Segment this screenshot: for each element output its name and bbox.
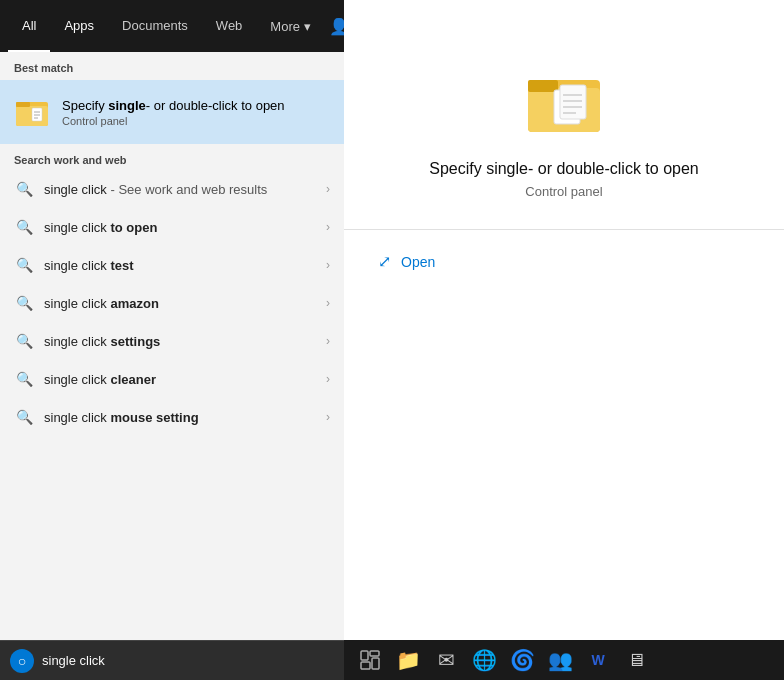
teams-icon[interactable]: 👥 xyxy=(542,642,578,678)
suggestion-text-cleaner: single click cleaner xyxy=(44,372,316,387)
svg-rect-18 xyxy=(361,662,370,669)
cortana-icon[interactable]: ○ xyxy=(10,649,34,673)
suggestion-text-mouse-setting: single click mouse setting xyxy=(44,410,316,425)
chevron-right-icon: › xyxy=(326,182,330,196)
best-match-item[interactable]: Specify single- or double-click to open … xyxy=(0,80,344,144)
search-bar: ○ xyxy=(0,640,344,680)
suggestion-mouse-setting[interactable]: 🔍 single click mouse setting › xyxy=(0,398,344,436)
suggestion-text-settings: single click settings xyxy=(44,334,316,349)
chevron-down-icon: ▾ xyxy=(304,19,311,34)
svg-rect-17 xyxy=(370,651,379,656)
desktop-icon[interactable]: 🖥 xyxy=(618,642,654,678)
chrome-icon[interactable]: 🌐 xyxy=(466,642,502,678)
open-link-icon: ⤢ xyxy=(378,252,391,271)
suggestion-cleaner[interactable]: 🔍 single click cleaner › xyxy=(0,360,344,398)
suggestion-to-open[interactable]: 🔍 single click to open › xyxy=(0,208,344,246)
tab-apps[interactable]: Apps xyxy=(50,0,108,52)
tab-more[interactable]: More ▾ xyxy=(256,0,325,52)
tab-documents[interactable]: Documents xyxy=(108,0,202,52)
suggestion-text-web: single click - See work and web results xyxy=(44,182,316,197)
file-explorer-icon[interactable]: 📁 xyxy=(390,642,426,678)
suggestion-text-toopen: single click to open xyxy=(44,220,316,235)
search-icon: 🔍 xyxy=(14,179,34,199)
taskview-icon[interactable] xyxy=(352,642,388,678)
suggestion-see-results[interactable]: 🔍 single click - See work and web result… xyxy=(0,170,344,208)
chevron-right-icon: › xyxy=(326,410,330,424)
control-panel-icon xyxy=(14,94,50,130)
suggestion-amazon[interactable]: 🔍 single click amazon › xyxy=(0,284,344,322)
app-title: Specify single- or double-click to open xyxy=(429,160,698,178)
search-icon: 🔍 xyxy=(14,217,34,237)
search-icon: 🔍 xyxy=(14,255,34,275)
suggestion-text-test: single click test xyxy=(44,258,316,273)
chevron-right-icon: › xyxy=(326,372,330,386)
app-preview-icon xyxy=(524,60,604,140)
tab-all[interactable]: All xyxy=(8,0,50,52)
tab-web[interactable]: Web xyxy=(202,0,257,52)
search-icon: 🔍 xyxy=(14,407,34,427)
chevron-right-icon: › xyxy=(326,258,330,272)
search-work-web-label: Search work and web xyxy=(0,144,344,170)
word-icon[interactable]: W xyxy=(580,642,616,678)
chevron-right-icon: › xyxy=(326,296,330,310)
svg-rect-9 xyxy=(528,80,558,92)
search-panel: All Apps Documents Web More ▾ 👤 ··· Best… xyxy=(0,0,344,640)
svg-rect-2 xyxy=(16,102,30,107)
search-icon: 🔍 xyxy=(14,369,34,389)
taskbar: 📁 ✉ 🌐 🌀 👥 W 🖥 xyxy=(344,640,784,680)
svg-rect-11 xyxy=(560,85,586,119)
search-input[interactable] xyxy=(42,653,334,668)
nav-tabs: All Apps Documents Web More ▾ 👤 ··· xyxy=(0,0,344,52)
search-icon: 🔍 xyxy=(14,331,34,351)
best-match-text: Specify single- or double-click to open … xyxy=(62,97,285,127)
suggestion-text-amazon: single click amazon xyxy=(44,296,316,311)
best-match-label: Best match xyxy=(0,52,344,80)
app-subtitle: Control panel xyxy=(525,184,602,199)
divider xyxy=(344,229,784,230)
svg-rect-19 xyxy=(372,658,379,669)
open-button[interactable]: ⤢ Open xyxy=(364,246,449,277)
search-icon: 🔍 xyxy=(14,293,34,313)
right-panel: Specify single- or double-click to open … xyxy=(344,0,784,640)
chevron-right-icon: › xyxy=(326,220,330,234)
best-match-subtitle: Control panel xyxy=(62,115,285,127)
suggestion-test[interactable]: 🔍 single click test › xyxy=(0,246,344,284)
chevron-right-icon: › xyxy=(326,334,330,348)
outlook-icon[interactable]: ✉ xyxy=(428,642,464,678)
suggestion-settings[interactable]: 🔍 single click settings › xyxy=(0,322,344,360)
svg-rect-16 xyxy=(361,651,368,660)
edge-icon[interactable]: 🌀 xyxy=(504,642,540,678)
best-match-title: Specify single- or double-click to open xyxy=(62,97,285,115)
